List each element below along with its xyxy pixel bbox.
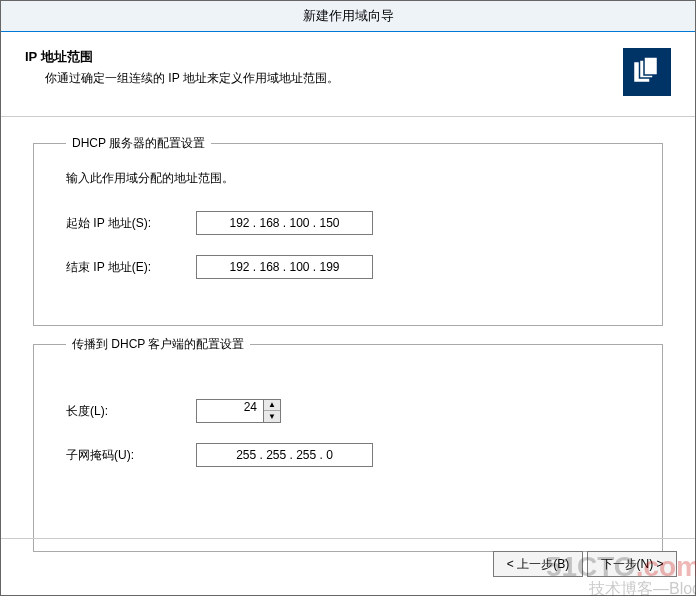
client-settings-group: 传播到 DHCP 客户端的配置设置 长度(L): 24 ▲ ▼ 子网掩码(U):… xyxy=(33,336,663,552)
svg-rect-2 xyxy=(644,57,658,75)
end-ip-label: 结束 IP 地址(E): xyxy=(66,259,196,276)
header-title: IP 地址范围 xyxy=(25,48,623,66)
server-settings-group: DHCP 服务器的配置设置 输入此作用域分配的地址范围。 起始 IP 地址(S)… xyxy=(33,135,663,326)
wizard-body: DHCP 服务器的配置设置 输入此作用域分配的地址范围。 起始 IP 地址(S)… xyxy=(1,117,695,552)
length-down-button[interactable]: ▼ xyxy=(264,411,280,422)
next-button[interactable]: 下一步(N) > xyxy=(587,551,677,577)
length-spinner[interactable]: 24 ▲ ▼ xyxy=(196,399,281,423)
length-label: 长度(L): xyxy=(66,403,196,420)
back-button[interactable]: < 上一步(B) xyxy=(493,551,583,577)
range-instruction: 输入此作用域分配的地址范围。 xyxy=(66,170,642,187)
start-ip-row: 起始 IP 地址(S): 192 . 168 . 100 . 150 xyxy=(66,211,642,235)
server-settings-legend: DHCP 服务器的配置设置 xyxy=(66,135,211,152)
length-row: 长度(L): 24 ▲ ▼ xyxy=(66,399,642,423)
length-value[interactable]: 24 xyxy=(196,399,263,423)
mask-row: 子网掩码(U): 255 . 255 . 255 . 0 xyxy=(66,443,642,467)
scope-icon xyxy=(623,48,671,96)
window-title: 新建作用域向导 xyxy=(1,1,695,32)
subnet-mask-input[interactable]: 255 . 255 . 255 . 0 xyxy=(196,443,373,467)
start-ip-label: 起始 IP 地址(S): xyxy=(66,215,196,232)
header-text: IP 地址范围 你通过确定一组连续的 IP 地址来定义作用域地址范围。 xyxy=(25,48,623,87)
length-up-button[interactable]: ▲ xyxy=(264,400,280,411)
header-description: 你通过确定一组连续的 IP 地址来定义作用域地址范围。 xyxy=(45,70,623,87)
start-ip-input[interactable]: 192 . 168 . 100 . 150 xyxy=(196,211,373,235)
end-ip-input[interactable]: 192 . 168 . 100 . 199 xyxy=(196,255,373,279)
wizard-window: 新建作用域向导 IP 地址范围 你通过确定一组连续的 IP 地址来定义作用域地址… xyxy=(0,0,696,596)
end-ip-row: 结束 IP 地址(E): 192 . 168 . 100 . 199 xyxy=(66,255,642,279)
wizard-header: IP 地址范围 你通过确定一组连续的 IP 地址来定义作用域地址范围。 xyxy=(1,32,695,117)
client-settings-legend: 传播到 DHCP 客户端的配置设置 xyxy=(66,336,250,353)
wizard-footer: < 上一步(B) 下一步(N) > xyxy=(1,538,695,595)
subnet-mask-label: 子网掩码(U): xyxy=(66,447,196,464)
